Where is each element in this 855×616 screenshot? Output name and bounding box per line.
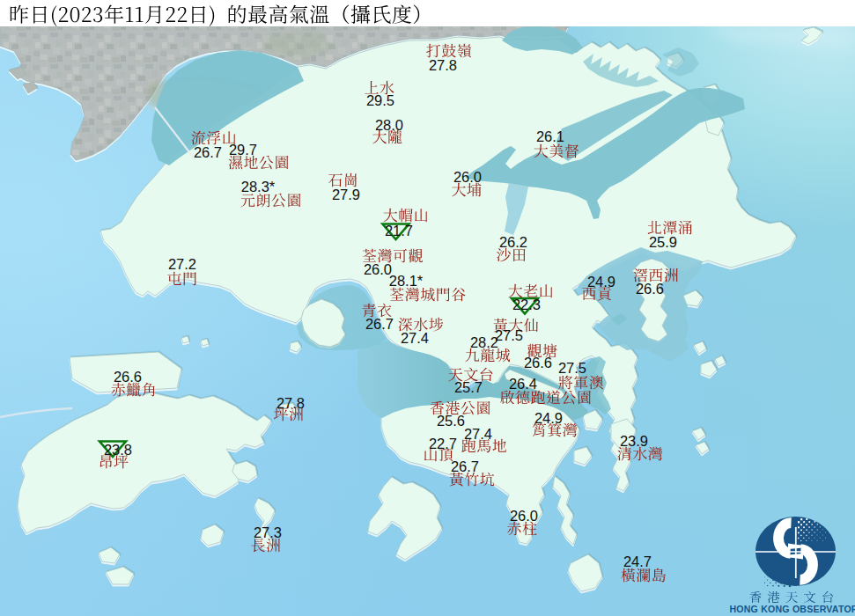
svg-text:25.7: 25.7 [454, 379, 483, 395]
svg-text:27.4: 27.4 [464, 426, 492, 442]
svg-text:26.6: 26.6 [524, 355, 552, 370]
svg-text:24.9: 24.9 [587, 274, 615, 290]
svg-text:27.8: 27.8 [276, 395, 305, 411]
svg-text:26.7: 26.7 [451, 458, 479, 474]
svg-text:27.5: 27.5 [495, 327, 523, 343]
svg-text:26.2: 26.2 [499, 234, 527, 250]
svg-text:26.7: 26.7 [194, 144, 222, 160]
svg-text:HONG KONG OBSERVATORY: HONG KONG OBSERVATORY [729, 604, 855, 614]
svg-text:26.0: 26.0 [510, 508, 538, 524]
svg-text:26.0: 26.0 [364, 261, 392, 277]
svg-text:27.3: 27.3 [254, 524, 282, 540]
svg-text:24.7: 24.7 [623, 554, 652, 569]
svg-text:29.7: 29.7 [229, 142, 257, 158]
svg-text:26.0: 26.0 [453, 169, 482, 185]
svg-text:26.1: 26.1 [536, 128, 564, 144]
svg-text:21.7: 21.7 [385, 223, 413, 238]
svg-text:28.2: 28.2 [470, 334, 498, 350]
svg-text:28.0: 28.0 [375, 117, 403, 133]
svg-text:24.9: 24.9 [534, 410, 563, 426]
svg-text:29.5: 29.5 [366, 92, 394, 108]
svg-text:28.3*: 28.3* [241, 179, 276, 194]
svg-text:26.6: 26.6 [114, 369, 142, 385]
svg-text:28.1*: 28.1* [389, 273, 424, 289]
svg-text:27.9: 27.9 [332, 187, 360, 202]
svg-text:22.3: 22.3 [512, 297, 541, 312]
svg-text:22.7: 22.7 [429, 436, 457, 451]
svg-text:27.8: 27.8 [429, 57, 457, 73]
svg-text:23.8: 23.8 [104, 442, 132, 458]
svg-text:26.7: 26.7 [365, 316, 394, 332]
svg-text:25.9: 25.9 [649, 234, 677, 250]
svg-text:25.6: 25.6 [437, 413, 465, 429]
svg-text:23.9: 23.9 [620, 433, 648, 449]
svg-text:27.4: 27.4 [401, 330, 429, 346]
svg-text:27.2: 27.2 [168, 256, 196, 272]
svg-text:26.4: 26.4 [509, 376, 537, 392]
svg-text:26.6: 26.6 [636, 281, 664, 297]
svg-text:27.5: 27.5 [558, 360, 586, 376]
